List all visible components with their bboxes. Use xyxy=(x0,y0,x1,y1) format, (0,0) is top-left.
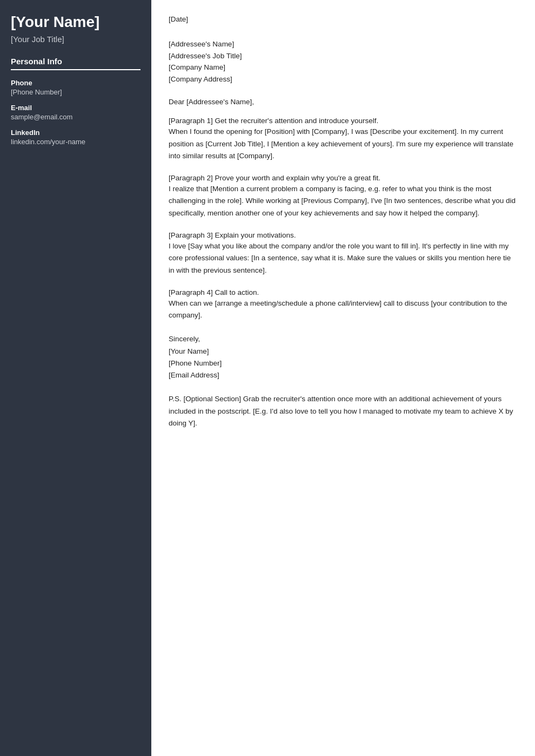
phone-block: Phone [Phone Number] xyxy=(11,79,141,96)
salutation: Dear [Addressee's Name], xyxy=(169,98,518,106)
addressee-name: [Addressee's Name] xyxy=(169,38,518,50)
paragraph-2-heading: [Paragraph 2] Prove your worth and expla… xyxy=(169,174,518,182)
main-content: [Date] [Addressee's Name] [Addressee's J… xyxy=(151,0,535,756)
paragraph-1-body: When I found the opening for [Position] … xyxy=(169,126,518,162)
paragraph-4-body: When can we [arrange a meeting/schedule … xyxy=(169,298,518,322)
closing-email: [Email Address] xyxy=(169,369,518,381)
paragraph-2-body: I realize that [Mention a current proble… xyxy=(169,183,518,219)
ps-block: P.S. [Optional Section] Grab the recruit… xyxy=(169,393,518,429)
applicant-job-title: [Your Job Title] xyxy=(11,35,141,44)
addressee-block: [Addressee's Name] [Addressee's Job Titl… xyxy=(169,38,518,85)
paragraph-3-body: I love [Say what you like about the comp… xyxy=(169,240,518,276)
closing-block: Sincerely, [Your Name] [Phone Number] [E… xyxy=(169,333,518,381)
linkedin-block: LinkedIn linkedin.com/your-name xyxy=(11,129,141,146)
paragraph-3-block: [Paragraph 3] Explain your motivations. … xyxy=(169,231,518,276)
addressee-company-name: [Company Name] xyxy=(169,62,518,73)
sidebar: [Your Name] [Your Job Title] Personal In… xyxy=(0,0,151,756)
phone-label: Phone xyxy=(11,79,141,87)
email-block: E-mail sample@email.com xyxy=(11,104,141,121)
paragraph-4-block: [Paragraph 4] Call to action. When can w… xyxy=(169,288,518,322)
email-label: E-mail xyxy=(11,104,141,112)
closing-name: [Your Name] xyxy=(169,346,518,357)
email-value: sample@email.com xyxy=(11,113,141,121)
closing-sign-off: Sincerely, xyxy=(169,333,518,345)
personal-info-heading: Personal Info xyxy=(11,57,141,70)
paragraph-1-heading: [Paragraph 1] Get the recruiter's attent… xyxy=(169,117,518,125)
paragraph-4-heading: [Paragraph 4] Call to action. xyxy=(169,288,518,296)
linkedin-label: LinkedIn xyxy=(11,129,141,137)
phone-value: [Phone Number] xyxy=(11,88,141,96)
addressee-job-title: [Addressee's Job Title] xyxy=(169,50,518,62)
paragraph-1-block: [Paragraph 1] Get the recruiter's attent… xyxy=(169,117,518,162)
ps-text: P.S. [Optional Section] Grab the recruit… xyxy=(169,393,518,429)
applicant-name: [Your Name] xyxy=(11,13,141,31)
closing-phone: [Phone Number] xyxy=(169,357,518,369)
paragraph-2-block: [Paragraph 2] Prove your worth and expla… xyxy=(169,174,518,219)
letter-date: [Date] xyxy=(169,15,518,23)
paragraph-3-heading: [Paragraph 3] Explain your motivations. xyxy=(169,231,518,239)
linkedin-value: linkedin.com/your-name xyxy=(11,138,141,146)
addressee-company-address: [Company Address] xyxy=(169,73,518,85)
